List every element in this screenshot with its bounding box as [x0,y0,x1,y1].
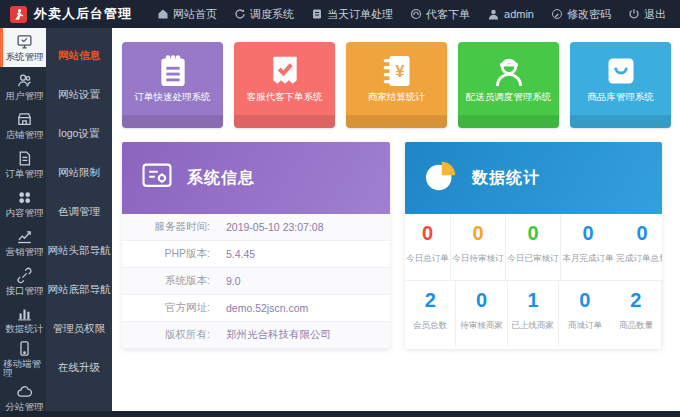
stat-label: 今日待审核订 [452,252,503,264]
shortcut-tile-label: 配送员调度管理系统 [466,92,552,102]
topnav-item-label: 修改密码 [567,7,611,22]
stat-value: 0 [579,290,590,310]
topnav-item[interactable]: admin [487,8,534,21]
sidebar-item[interactable]: 店铺管理 [0,106,46,145]
system-info-row-value: demo.52jscn.com [226,302,308,314]
top-navigation: 网站首页 调度系统 当天订单处理 代客下单 [157,7,666,22]
sidebar-item-label: 系统管理 [6,52,44,62]
submenu-item[interactable]: 网站信息 [46,36,112,75]
store-icon [16,111,33,128]
stat-cell: 2 商品数量 [611,281,662,347]
submenu-item[interactable]: 管理员权限 [46,309,112,348]
today-order-icon [311,8,323,20]
tile-bottom-strip [122,115,223,128]
billing-yen-icon: ¥ [377,50,417,92]
system-info-row: 服务器时间: 2019-05-10 23:07:08 [122,214,390,241]
system-info-row-label: PHP版本: [122,247,210,261]
system-info-row-label: 系统版本: [122,274,210,288]
system-info-header: 系统信息 [122,142,390,214]
topnav-item[interactable]: 网站首页 [157,7,217,22]
data-stats-title: 数据统计 [472,168,540,189]
stat-label: 已上线商家 [512,319,555,331]
submenu-item[interactable]: 网站底部导航 [46,270,112,309]
mobile-icon [16,340,33,357]
sidebar-item[interactable]: 数据统计 [0,300,46,339]
courier-icon [489,50,529,92]
shortcut-tile[interactable]: 配送员调度管理系统 [458,42,559,128]
shortcut-tile[interactable]: ¥ 商家结算统计 [346,42,447,128]
submenu-item[interactable]: 网站设置 [46,75,112,114]
submenu-item[interactable]: logo设置 [46,114,112,153]
submenu-item[interactable]: 色调管理 [46,192,112,231]
shortcut-tile[interactable]: 客服代客下单系统 [234,42,335,128]
submenu-item[interactable]: 网站头部导航 [46,231,112,270]
sidebar-item[interactable]: 营销管理 [0,222,46,261]
system-info-row: PHP版本: 5.4.45 [122,241,390,268]
topnav-item[interactable]: 退出 [628,7,666,22]
submenu-item[interactable]: 网站限制 [46,153,112,192]
receipt-check-icon [265,50,305,92]
stat-value: 0 [582,223,593,243]
system-info-row-value: 9.0 [226,275,241,287]
topnav-item[interactable]: 当天订单处理 [311,7,393,22]
topnav-item-label: admin [504,8,534,20]
shortcut-tile[interactable]: 订单快速处理系统 [122,42,223,128]
system-info-rows: 服务器时间: 2019-05-10 23:07:08 PHP版本: 5.4.45… [122,214,390,349]
marketing-chart-icon [16,228,33,245]
tile-bottom-strip [458,115,559,128]
app-logo-icon [10,6,27,23]
topnav-item[interactable]: 修改密码 [551,7,611,22]
system-info-panel: 系统信息 服务器时间: 2019-05-10 23:07:08 PHP版本: 5… [122,142,390,349]
order-file-icon [16,150,33,167]
sidebar-item[interactable]: 系统管理 [0,28,46,67]
topnav-item-label: 代客下单 [426,7,470,22]
main-content: 订单快速处理系统 客服代客下单系统 ¥ 商家结算统计 配送员 [112,28,680,411]
sidebar-item-label: 营销管理 [6,247,44,257]
stat-value: 2 [630,290,641,310]
data-stats-panel: 数据统计 0 今日总订单 0 今日待审核订 [405,142,662,349]
stat-cell: 0 今日已审核订 [506,214,561,280]
system-info-row: 系统版本: 9.0 [122,268,390,295]
stat-label: 今日已审核订 [507,252,558,264]
sidebar-item-label: 订单管理 [6,169,44,179]
system-info-row-value: 5.4.45 [226,248,255,260]
stat-label: 待审核商家 [460,319,503,331]
topnav-item-label: 退出 [644,7,666,22]
proxy-order-icon [410,8,422,20]
panels-row: 系统信息 服务器时间: 2019-05-10 23:07:08 PHP版本: 5… [122,142,671,349]
sidebar-item-label: 内容管理 [6,208,44,218]
system-info-row-value: 郑州光合科技有限公司 [226,328,331,342]
system-info-row-value: 2019-05-10 23:07:08 [226,221,324,233]
submenu-item[interactable]: 在线升级 [46,348,112,387]
api-link-icon [16,267,33,284]
topnav-item-label: 网站首页 [173,7,217,22]
content-grid-icon [16,189,33,206]
topnav-item[interactable]: 调度系统 [234,7,294,22]
pie-chart-icon [423,158,459,198]
topnav-item[interactable]: 代客下单 [410,7,470,22]
stat-value: 0 [527,223,538,243]
main-sidebar: 系统管理 用户管理 店铺管理 订单管理 内容管理 [0,28,46,417]
stat-value: 0 [476,290,487,310]
logout-icon [628,8,640,20]
sidebar-item[interactable]: 移动端管理 [0,339,46,378]
edit-password-icon [551,8,563,20]
stat-value: 0 [422,223,433,243]
stat-cell: 0 本月完成订单 [561,214,615,280]
sidebar-item[interactable]: 内容管理 [0,184,46,223]
stats-row-1: 0 今日总订单 0 今日待审核订 0 今日已审核订 [405,214,662,281]
sidebar-item[interactable]: 订单管理 [0,145,46,184]
shortcut-tile-label: 客服代客下单系统 [247,92,323,102]
sidebar-item[interactable]: 接口管理 [0,261,46,300]
stat-cell: 0 商城订单 [559,281,610,347]
stat-cell: 2 会员总数 [405,281,456,347]
shortcut-tile[interactable]: 商品库管理系统 [570,42,671,128]
stat-label: 会员总数 [413,319,447,331]
sidebar-item[interactable]: 用户管理 [0,67,46,106]
sidebar-item-label: 接口管理 [6,286,44,296]
stat-value: 2 [425,290,436,310]
monitor-icon [16,33,33,50]
dispatch-icon [234,8,246,20]
footer-bar [0,411,680,417]
shortcut-tile-label: 商品库管理系统 [587,92,654,102]
